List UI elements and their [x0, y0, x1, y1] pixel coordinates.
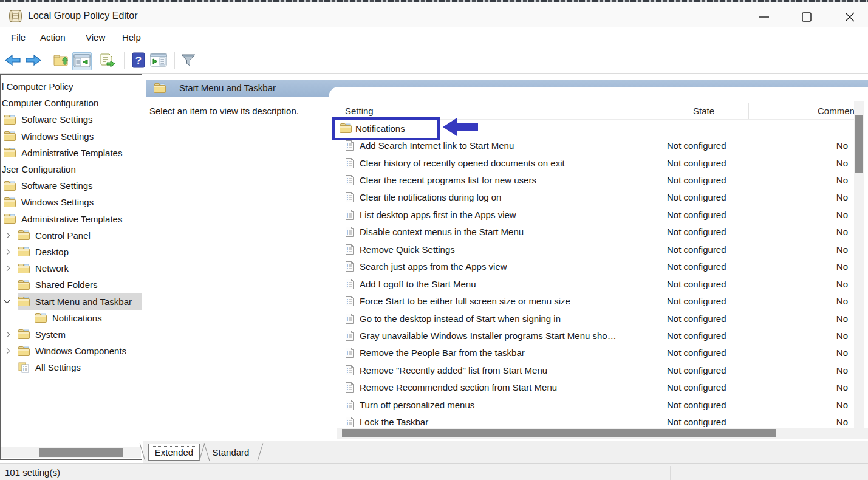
tree-item-label: Notifications	[52, 313, 102, 323]
menu-item-view[interactable]: View	[86, 32, 105, 43]
tab-extended[interactable]: Extended	[148, 444, 200, 461]
setting-row-clear-history-of-recently-opened-documents-on-exit[interactable]: Clear history of recently opened documen…	[337, 154, 868, 171]
setting-state: Not configured	[667, 348, 726, 358]
setting-comment: No	[748, 296, 848, 306]
policy-setting-icon	[345, 158, 354, 168]
setting-row-remove-recently-added-list-from-start-menu[interactable]: Remove "Recently added" list from Start …	[337, 362, 868, 379]
setting-name: Lock the Taskbar	[360, 417, 428, 427]
settings-list: NotificationsAdd Search Internet link to…	[337, 120, 868, 428]
folder-icon	[18, 263, 30, 273]
tree-item-start-menu-and-taskbar[interactable]: Start Menu and Taskbar	[1, 293, 142, 309]
tree-item-computer-configuration[interactable]: Computer Configuration	[1, 95, 142, 111]
tree-item-network[interactable]: Network	[1, 260, 142, 276]
up-one-level-button[interactable]	[52, 52, 70, 69]
column-header-setting[interactable]: Setting	[345, 106, 374, 116]
setting-state: Not configured	[667, 331, 726, 341]
show-action-pane-button[interactable]	[149, 52, 168, 69]
header-title: Start Menu and Taskbar	[179, 83, 276, 93]
tab-standard[interactable]: Standard	[206, 444, 256, 461]
policy-setting-icon	[345, 296, 354, 306]
setting-row-disable-context-menus-in-the-start-menu[interactable]: Disable context menus in the Start MenuN…	[337, 224, 868, 241]
tab-extended-label: Extended	[155, 447, 193, 458]
setting-row-remove-quick-settings[interactable]: Remove Quick SettingsNot configuredNo	[337, 241, 868, 258]
tree-item-label: Software Settings	[21, 114, 93, 125]
tree-item-all-settings[interactable]: All Settings	[1, 359, 142, 375]
tree-horizontal-scrollbar-thumb[interactable]	[39, 448, 123, 457]
setting-row-remove-recommended-section-from-start-menu[interactable]: Remove Recommended section from Start Me…	[337, 379, 868, 396]
tree-item-software-settings[interactable]: Software Settings	[1, 111, 142, 128]
show-console-tree-button[interactable]	[72, 52, 92, 70]
chevron-collapsed-icon[interactable]	[2, 227, 18, 244]
column-header-comment[interactable]: Comment	[818, 106, 857, 116]
setting-row-force-start-to-be-either-full-screen-size-or-menu-size[interactable]: Force Start to be either full screen siz…	[337, 292, 868, 309]
status-bar: 101 setting(s)	[0, 463, 868, 480]
policy-setting-icon	[345, 400, 354, 410]
setting-comment: No	[748, 382, 848, 393]
tree-item-label: Windows Settings	[21, 197, 94, 207]
tree-item-control-panel[interactable]: Control Panel	[1, 227, 142, 244]
setting-row-search-just-apps-from-the-apps-view[interactable]: Search just apps from the Apps viewNot c…	[337, 258, 868, 275]
horizontal-scrollbar-thumb[interactable]	[342, 429, 776, 437]
setting-row-go-to-the-desktop-instead-of-start-when-signing-in[interactable]: Go to the desktop instead of Start when …	[337, 310, 868, 327]
setting-row-add-logoff-to-the-start-menu[interactable]: Add Logoff to the Start MenuNot configur…	[337, 275, 868, 292]
help-button[interactable]: ?	[129, 52, 148, 69]
setting-row-clear-tile-notifications-during-log-on[interactable]: Clear tile notifications during log onNo…	[337, 189, 868, 206]
setting-row-remove-the-people-bar-from-the-taskbar[interactable]: Remove the People Bar from the taskbarNo…	[337, 345, 868, 362]
chevron-collapsed-icon[interactable]	[2, 244, 18, 260]
filter-button[interactable]	[179, 52, 197, 69]
menu-item-action[interactable]: Action	[40, 32, 66, 43]
tree-item-windows-components[interactable]: Windows Components	[1, 343, 142, 359]
chevron-expanded-icon[interactable]	[2, 293, 18, 310]
tree-item-windows-settings[interactable]: Windows Settings	[1, 194, 142, 210]
tree-horizontal-scrollbar[interactable]	[1, 447, 141, 458]
tree-item-label: Desktop	[35, 247, 69, 257]
horizontal-scrollbar[interactable]	[337, 428, 868, 439]
setting-comment: No	[748, 140, 848, 151]
tree-item-system[interactable]: System	[1, 326, 142, 343]
tree-item-desktop[interactable]: Desktop	[1, 244, 142, 260]
tree-item-shared-folders[interactable]: Shared Folders	[1, 276, 142, 293]
export-list-button[interactable]	[98, 52, 117, 69]
setting-row-lock-the-taskbar[interactable]: Lock the TaskbarNot configuredNo	[337, 413, 868, 428]
list-pane-tab-shape	[329, 87, 868, 97]
vertical-scrollbar[interactable]	[854, 101, 864, 428]
column-header-state[interactable]: State	[659, 106, 748, 116]
chevron-collapsed-icon[interactable]	[2, 343, 18, 359]
menu-item-help[interactable]: Help	[122, 32, 141, 43]
filter-icon	[180, 53, 196, 69]
tree-item-software-settings[interactable]: Software Settings	[1, 177, 142, 194]
setting-row-turn-off-personalized-menus[interactable]: Turn off personalized menusNot configure…	[337, 396, 868, 413]
tree-item-label: Administrative Templates	[21, 214, 122, 224]
setting-row-clear-the-recent-programs-list-for-new-users[interactable]: Clear the recent programs list for new u…	[337, 171, 868, 188]
tree-item-l-computer-policy[interactable]: l Computer Policy	[1, 78, 142, 95]
tree-item-label: Administrative Templates	[21, 148, 122, 158]
setting-row-gray-unavailable-windows-installer-programs-start-menu-sho[interactable]: Gray unavailable Windows Installer progr…	[337, 327, 868, 344]
forward-button[interactable]	[24, 52, 43, 69]
setting-comment: No	[748, 365, 848, 375]
tree-item-windows-settings[interactable]: Windows Settings	[1, 128, 142, 145]
setting-state: Not configured	[667, 140, 726, 151]
tree-item-label: Shared Folders	[35, 279, 98, 290]
svg-text:?: ?	[135, 55, 142, 66]
tree-item-jser-configuration[interactable]: Jser Configuration	[1, 161, 142, 177]
setting-state: Not configured	[667, 365, 726, 375]
vertical-scrollbar-thumb[interactable]	[855, 115, 863, 173]
menu-item-file[interactable]: File	[11, 32, 26, 43]
setting-name: Remove Quick Settings	[360, 244, 455, 255]
back-button[interactable]	[4, 52, 22, 69]
minimize-button[interactable]	[750, 5, 778, 29]
setting-name: Add Search Internet link to Start Menu	[360, 140, 514, 151]
tree-item-administrative-templates[interactable]: Administrative Templates	[1, 145, 142, 161]
maximize-button[interactable]	[793, 5, 821, 29]
tree-item-administrative-templates[interactable]: Administrative Templates	[1, 211, 142, 227]
tree-item-notifications[interactable]: Notifications	[1, 310, 142, 326]
folder-icon	[4, 148, 16, 158]
description-pane-text: Select an item to view its description.	[149, 106, 299, 116]
setting-state: Not configured	[667, 158, 726, 168]
policy-setting-icon	[345, 140, 354, 151]
setting-row-list-desktop-apps-first-in-the-apps-view[interactable]: List desktop apps first in the Apps view…	[337, 206, 868, 223]
close-button[interactable]	[836, 5, 864, 29]
setting-state: Not configured	[667, 210, 726, 220]
chevron-collapsed-icon[interactable]	[2, 326, 18, 343]
chevron-collapsed-icon[interactable]	[2, 260, 18, 276]
